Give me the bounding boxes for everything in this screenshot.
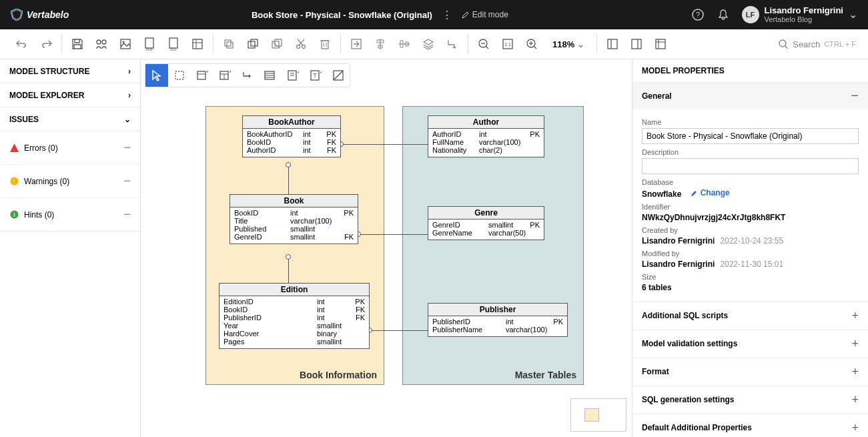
col-key: PK [550,318,563,326]
add-text-tool[interactable]: T+ [304,64,327,87]
table-book-author[interactable]: BookAuthor BookAuthorIDintPK BookIDintFK… [242,115,341,157]
topbar: Vertabelo Book Store - Physical - Snowfl… [0,0,868,29]
svg-text:+: + [297,69,299,75]
subject-area-label: Book Information [300,370,377,380]
col-type: smallint [317,338,352,346]
table-publisher[interactable]: Publisher PublisherIDintPK PublisherName… [428,303,568,337]
select-tool[interactable] [145,64,168,87]
chevron-down-icon: ⌄ [849,8,857,21]
plus-icon: + [851,421,859,435]
search-box[interactable]: Search CTRL + F [773,36,861,52]
align-h-icon[interactable] [372,35,389,53]
expand-icon[interactable] [348,35,365,53]
description-input[interactable] [642,158,859,174]
name-input[interactable] [642,128,859,144]
sidebar-section-issues[interactable]: ISSUES ⌄ [0,107,140,131]
col-name: PublisherID [224,314,317,322]
hint-icon: i [9,210,19,220]
col-key [340,225,354,233]
duplicate-icon[interactable] [244,35,262,53]
canvas[interactable]: + + + T+ Book Information Master Tables [141,59,632,437]
table-author[interactable]: Author AuthorIDintPK FullNamevarchar(100… [428,115,544,157]
add-area-tool[interactable] [259,64,282,87]
right-panel: MODEL PROPERTIES General − Name Descript… [632,59,868,437]
section-additional-sql[interactable]: Additional SQL scripts+ [632,302,868,330]
more-icon[interactable]: ⋮ [440,8,454,21]
help-icon[interactable]: ? [691,8,705,21]
pencil-icon [462,11,470,19]
edit-mode-toggle[interactable]: Edit mode [462,10,508,19]
relationship-line[interactable] [341,144,428,145]
paste-icon[interactable] [268,35,286,53]
section-label: SQL generation settings [642,395,734,404]
sidebar-section-model-structure[interactable]: MODEL STRUCTURE › [0,59,140,83]
panel-left-icon[interactable] [604,35,621,53]
section-validation[interactable]: Model validation settings+ [632,330,868,358]
sidebar-section-model-explorer[interactable]: MODEL EXPLORER › [0,83,140,107]
svg-line-80 [334,71,343,80]
document-title: Book Store - Physical - Snowflake (Origi… [252,10,432,20]
section-label: Format [642,367,669,376]
marquee-tool[interactable] [168,64,191,87]
zoom-display[interactable]: 118% ⌄ [547,37,590,51]
table-book[interactable]: Book BookIDintPK Titlevarchar(100) Publi… [230,194,358,244]
table-title: Author [428,116,544,129]
align-v-icon[interactable] [396,35,413,53]
pdf-export-icon[interactable]: PDF [141,35,158,53]
col-name: EditionID [224,298,317,306]
sidebar-item-warnings[interactable]: ! Warnings (0) − [0,165,140,198]
minimap[interactable] [570,398,626,432]
section-general[interactable]: General − [632,83,868,109]
layers-icon[interactable] [420,35,437,53]
shortcut-tool[interactable] [327,64,350,87]
col-key: PK [352,298,365,306]
table-title: Edition [220,284,369,296]
bell-icon[interactable] [717,8,730,21]
table-edition[interactable]: Edition EditionIDintPK BookIDintFK Publi… [219,283,370,349]
col-type: varchar(100) [479,138,526,146]
section-default-props[interactable]: Default Additional Properties+ [632,414,868,438]
zoom-out-button[interactable] [475,35,492,53]
user-menu[interactable]: LF Lisandro Fernigrini Vertabelo Blog ⌄ [742,6,857,23]
svg-line-39 [486,46,488,49]
cut-icon[interactable] [292,35,310,53]
sql-export-icon[interactable]: SQL [165,35,182,53]
svg-text:?: ? [695,11,699,19]
image-export-icon[interactable] [117,35,134,53]
redo-button[interactable] [37,35,55,53]
change-database-link[interactable]: Change [691,188,730,197]
add-note-tool[interactable]: + [282,64,304,87]
add-reference-tool[interactable] [236,64,259,87]
section-format[interactable]: Format+ [632,358,868,386]
col-type: int [290,209,340,217]
col-key [526,229,540,237]
search-placeholder: Search [793,39,820,49]
sidebar-item-hints[interactable]: i Hints (0) − [0,198,140,232]
svg-rect-61 [197,71,205,79]
zoom-reset-button[interactable]: 1:1 [499,35,516,53]
panel-grid-icon[interactable] [652,35,669,53]
table-genre[interactable]: Genre GenreIDsmallintPK GenreNamevarchar… [428,206,544,240]
sidebar-item-errors[interactable]: Errors (0) − [0,131,140,165]
section-label: Model validation settings [642,339,737,348]
col-name: GenreID [234,233,290,241]
add-table-tool[interactable]: + [191,64,213,87]
col-type: int [303,138,323,146]
logo[interactable]: Vertabelo [11,9,69,21]
col-key [352,338,365,346]
edit-mode-label: Edit mode [472,10,508,19]
section-sql-generation[interactable]: SQL generation settings+ [632,386,868,414]
add-view-tool[interactable]: + [213,64,236,87]
relationship-line[interactable] [370,330,428,331]
share-icon[interactable] [93,35,110,53]
reroute-icon[interactable] [444,35,461,53]
xml-export-icon[interactable] [189,35,206,53]
undo-button[interactable] [13,35,31,53]
save-icon[interactable] [69,35,86,53]
relationship-line[interactable] [358,234,428,235]
panel-right-icon[interactable] [628,35,645,53]
col-key [526,138,540,146]
copy-icon[interactable] [220,35,238,53]
zoom-in-button[interactable] [523,35,540,53]
delete-icon[interactable] [316,35,334,53]
